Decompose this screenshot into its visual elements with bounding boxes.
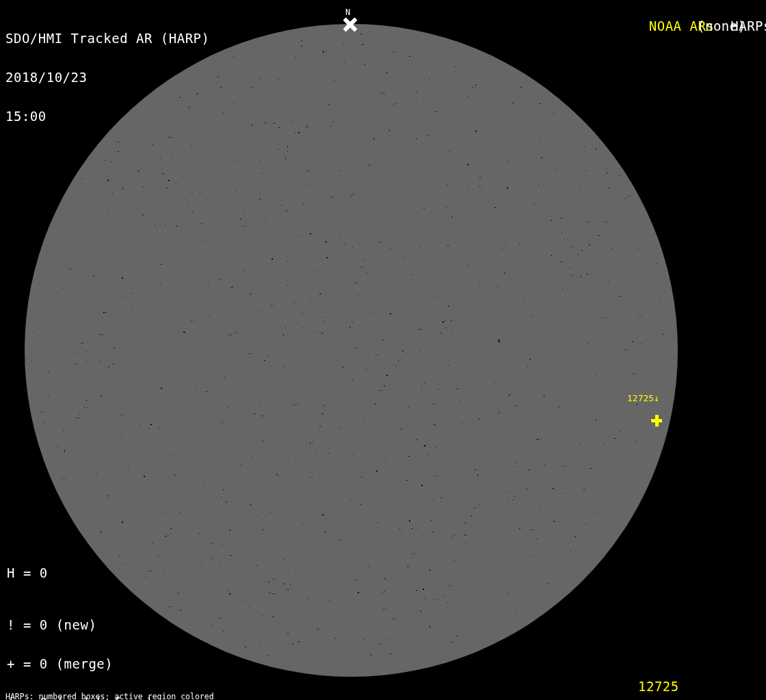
footnote-harps: HARPs: numbered boxes; active region col… xyxy=(5,692,280,700)
footer-ar-number: 12725 xyxy=(638,680,679,693)
harps-value: (none) xyxy=(697,20,746,33)
legend-entry-merge: + = 0 (merge) xyxy=(7,658,162,671)
legend-h-count: H = 0 xyxy=(7,567,48,580)
north-pole-x-marker xyxy=(342,16,358,33)
north-label: N xyxy=(345,8,350,16)
noaa-ar-label: 12725↓ xyxy=(627,394,659,403)
title-block: SDO/HMI Tracked AR (HARP) 2018/10/23 15:… xyxy=(5,6,209,149)
legend-entry-new: ! = 0 (new) xyxy=(7,619,162,632)
date-label: 2018/10/23 xyxy=(5,71,209,84)
time-label: 15:00 xyxy=(5,110,209,123)
cross-vertical-bar xyxy=(655,415,659,427)
solar-disk-view: SDO/HMI Tracked AR (HARP) 2018/10/23 15:… xyxy=(0,0,766,700)
footnotes: HARPs: numbered boxes; active region col… xyxy=(5,676,280,700)
app-title: SDO/HMI Tracked AR (HARP) xyxy=(5,32,209,45)
